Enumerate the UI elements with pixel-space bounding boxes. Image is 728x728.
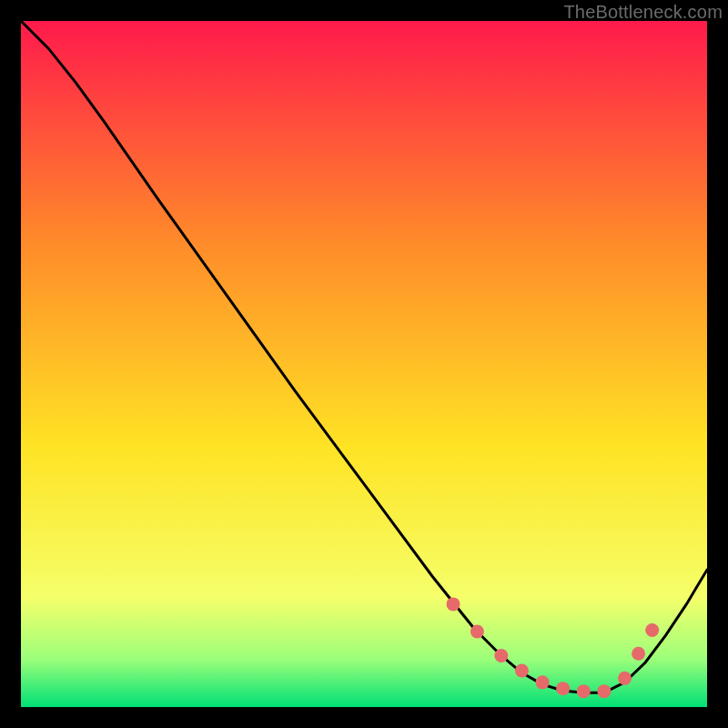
marker-point [632,647,645,661]
marker-point [597,684,611,698]
marker-point [536,675,550,689]
attribution-text: TheBottleneck.com [563,2,723,23]
chart-background [21,21,707,707]
marker-point [556,682,570,695]
marker-point [470,625,484,639]
marker-point [447,597,460,611]
marker-point [515,664,529,678]
marker-point [618,672,632,685]
marker-point [577,684,591,698]
chart-svg [21,21,707,707]
chart-frame [21,21,707,707]
marker-point [494,649,508,662]
marker-point [645,623,659,637]
